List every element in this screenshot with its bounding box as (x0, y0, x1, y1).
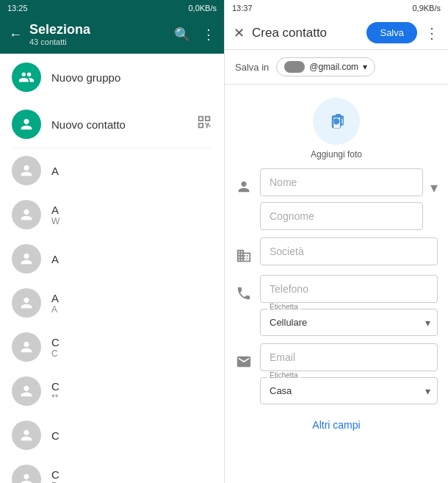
add-photo-label: Aggiungi foto (311, 149, 362, 160)
more-options-icon[interactable]: ⋮ (424, 24, 439, 42)
etichetta-label-2: Etichetta (267, 371, 300, 379)
contact-name: C (51, 468, 59, 481)
back-icon[interactable]: ← (9, 28, 22, 41)
save-button[interactable]: Salva (366, 22, 417, 43)
right-header-icons: Salva ⋮ (366, 22, 439, 43)
chevron-down-icon: ▾ (363, 62, 367, 72)
avatar (12, 376, 41, 406)
contact-sub: A (51, 304, 59, 315)
right-status-bar: 13:37 0,9KB/s (225, 0, 448, 16)
new-contact-row[interactable]: Nuovo contatto (0, 101, 224, 148)
contact-info: C D (51, 468, 59, 484)
email-icon (235, 354, 253, 373)
list-item[interactable]: C C (0, 325, 224, 369)
telefono-input[interactable] (260, 275, 438, 303)
left-content: Nuovo gruppo Nuovo contatto A (0, 54, 224, 483)
save-in-label: Salva in (235, 62, 269, 73)
right-signal-info: 0,9KB/s (412, 4, 441, 12)
close-icon[interactable]: ✕ (234, 25, 245, 41)
avatar (12, 200, 41, 229)
contact-sub: C (51, 348, 59, 359)
qr-icon[interactable] (196, 114, 212, 135)
name-inputs (260, 168, 423, 230)
contact-name: A (51, 165, 59, 177)
right-time: 13:37 (232, 4, 253, 12)
avatar (12, 421, 41, 450)
cellulare-select-wrapper: Etichetta Cellulare Casa Lavoro Altro ▾ (260, 309, 438, 336)
new-group-icon (12, 62, 41, 92)
societa-input[interactable] (260, 237, 438, 265)
left-signal-info: 0,0KB/s (188, 4, 217, 12)
left-panel: 13:25 0,0KB/s ← Seleziona 43 contatti 🔍 … (0, 0, 224, 483)
contact-name: C (51, 429, 59, 442)
left-time: 13:25 (7, 4, 28, 12)
cognome-input[interactable] (260, 202, 423, 230)
right-header-left: ✕ Crea contatto (234, 25, 327, 41)
left-status-bar: 13:25 0,0KB/s (0, 0, 224, 16)
left-header: ← Seleziona 43 contatti 🔍 ⋮ (0, 16, 224, 54)
avatar (12, 244, 41, 273)
search-icon[interactable]: 🔍 (174, 28, 190, 41)
right-page-title: Crea contatto (252, 26, 327, 40)
contact-info: A W (51, 204, 59, 226)
contact-info: A (51, 165, 59, 177)
new-group-row[interactable]: Nuovo gruppo (0, 54, 224, 101)
nome-input[interactable] (260, 168, 423, 196)
avatar (12, 156, 41, 185)
left-header-icons: 🔍 ⋮ (174, 28, 215, 41)
right-content: Salva in @gmail.com ▾ Aggiungi foto (225, 50, 448, 483)
email-input[interactable] (260, 343, 438, 371)
list-item[interactable]: C (0, 413, 224, 457)
contact-sub: D (51, 481, 59, 484)
email-inputs: Etichetta Casa Lavoro Altro ▾ (260, 343, 438, 404)
casa-select[interactable]: Casa Lavoro Altro (260, 377, 438, 404)
add-photo-button[interactable] (313, 98, 360, 145)
contact-sub: ** (51, 393, 59, 403)
account-email: @gmail.com (309, 62, 358, 72)
etichetta-label-1: Etichetta (267, 303, 300, 311)
contact-info: A (51, 253, 59, 265)
list-item[interactable]: A (0, 237, 224, 281)
societa-inputs (260, 237, 438, 265)
email-row: Etichetta Casa Lavoro Altro ▾ (235, 343, 438, 404)
contact-info: C ** (51, 380, 59, 403)
building-icon (235, 248, 253, 268)
avatar (12, 288, 41, 318)
left-header-title: Seleziona 43 contatti (29, 22, 90, 46)
list-item[interactable]: A (0, 149, 224, 193)
contact-name: A (51, 204, 59, 216)
list-item[interactable]: C ** (0, 369, 224, 413)
contact-name: C (51, 380, 59, 393)
contact-info: C C (51, 336, 59, 359)
left-header-left: ← Seleziona 43 contatti (9, 22, 90, 46)
right-panel: 13:37 0,9KB/s ✕ Crea contatto Salva ⋮ Sa… (224, 0, 448, 483)
expand-icon[interactable]: ▾ (430, 179, 438, 196)
avatar (12, 465, 41, 483)
telefono-inputs: Etichetta Cellulare Casa Lavoro Altro ▾ (260, 275, 438, 336)
photo-section: Aggiungi foto (225, 85, 448, 168)
list-item[interactable]: A A (0, 281, 224, 325)
account-toggle (284, 61, 305, 73)
casa-select-wrapper: Etichetta Casa Lavoro Altro ▾ (260, 377, 438, 404)
page-title: Seleziona (29, 22, 90, 37)
telefono-row: Etichetta Cellulare Casa Lavoro Altro ▾ (235, 275, 438, 336)
new-contact-label: Nuovo contatto (51, 118, 126, 131)
list-item[interactable]: C D (0, 457, 224, 483)
right-header: ✕ Crea contatto Salva ⋮ (225, 16, 448, 50)
name-row: ▾ (235, 168, 438, 230)
avatar (12, 332, 41, 362)
cellulare-select[interactable]: Cellulare Casa Lavoro Altro (260, 309, 438, 336)
contact-name: C (51, 336, 59, 348)
person-icon (235, 179, 253, 198)
account-select[interactable]: @gmail.com ▾ (276, 57, 375, 76)
phone-icon (235, 285, 253, 305)
new-group-label: Nuovo gruppo (51, 71, 120, 84)
save-in-row: Salva in @gmail.com ▾ (225, 50, 448, 85)
more-options-icon[interactable]: ⋮ (202, 28, 215, 41)
contact-name: A (51, 253, 59, 265)
contact-name: A (51, 292, 59, 304)
altri-campi-button[interactable]: Altri campi (225, 412, 448, 438)
contact-info: C (51, 429, 59, 442)
list-item[interactable]: A W (0, 193, 224, 237)
contact-info: A A (51, 292, 59, 315)
